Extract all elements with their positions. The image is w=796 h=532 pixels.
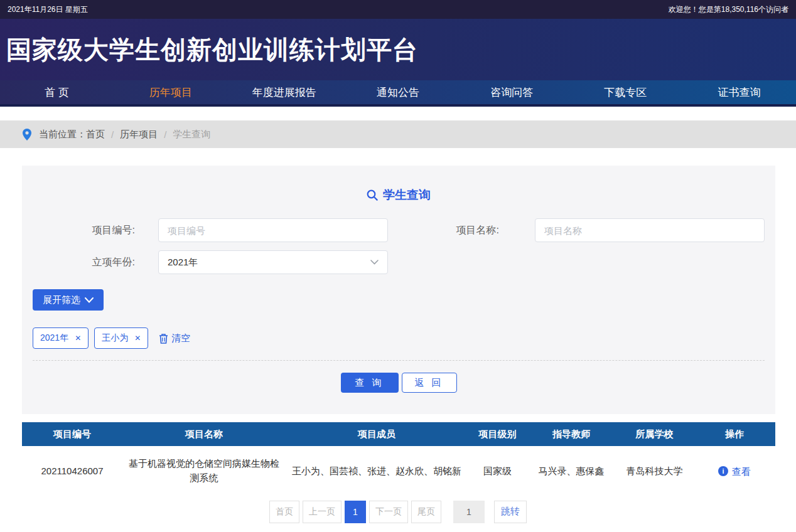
location-pin-icon: [23, 129, 31, 141]
panel-title-text: 学生查询: [383, 187, 431, 203]
site-header: 国家级大学生创新创业训练计划平台: [0, 19, 796, 80]
cell-teachers: 马兴录、惠保鑫: [527, 446, 615, 496]
remove-tag-icon[interactable]: ✕: [75, 334, 81, 342]
dashed-divider: [33, 360, 765, 361]
col-level: 项目级别: [468, 422, 527, 446]
table-header-row: 项目编号 项目名称 项目成员 项目级别 指导教师 所属学校 操作: [22, 422, 775, 446]
site-title: 国家级大学生创新创业训练计划平台: [6, 33, 418, 67]
chevron-down-icon: [370, 260, 379, 265]
nav-item-qa[interactable]: 咨询问答: [455, 80, 569, 104]
year-select-value: 2021年: [168, 257, 198, 269]
year-label: 立项年份:: [22, 256, 158, 269]
cell-project-name: 基于机器视觉的仓储空间病媒生物检测系统: [122, 446, 286, 496]
info-icon: i: [718, 466, 728, 476]
col-teachers: 指导教师: [527, 422, 615, 446]
project-code-label: 项目编号:: [22, 224, 158, 237]
results-table: 项目编号 项目名称 项目成员 项目级别 指导教师 所属学校 操作 2021104…: [22, 422, 775, 496]
nav-item-past-projects[interactable]: 历年项目: [114, 80, 227, 104]
project-name-label: 项目名称:: [388, 224, 535, 237]
project-name-input[interactable]: [535, 218, 765, 242]
form-row-1: 项目编号: 项目名称:: [22, 218, 775, 242]
current-date: 2021年11月26日 星期五: [8, 4, 88, 15]
nav-item-certificates[interactable]: 证书查询: [682, 80, 796, 104]
breadcrumb: 当前位置： 首页 / 历年项目 / 学生查询: [0, 120, 796, 148]
col-project-name: 项目名称: [122, 422, 286, 446]
query-button[interactable]: 查 询: [341, 373, 399, 393]
visitor-counter: 欢迎您！您是第18,350,116个访问者: [669, 4, 788, 15]
breadcrumb-past-projects[interactable]: 历年项目: [120, 129, 158, 141]
col-school: 所属学校: [615, 422, 694, 446]
breadcrumb-separator: /: [111, 129, 114, 140]
view-link-label: 查看: [732, 464, 751, 479]
form-row-2: 立项年份: 2021年: [22, 250, 775, 274]
nav-item-notices[interactable]: 通知公告: [341, 80, 454, 104]
page-last-button[interactable]: 尾页: [411, 501, 441, 523]
cell-project-code: 202110426007: [22, 446, 122, 496]
search-icon: [367, 189, 378, 201]
col-members: 项目成员: [286, 422, 468, 446]
breadcrumb-home[interactable]: 首页: [86, 129, 105, 141]
page-next-button[interactable]: 下一页: [369, 501, 408, 523]
cell-members: 王小为、国芸祯、张进、赵永欣、胡铭新: [286, 446, 468, 496]
filter-tag-student: 王小为 ✕: [94, 327, 148, 349]
expand-filters-label: 展开筛选: [43, 294, 80, 306]
col-project-code: 项目编号: [22, 422, 122, 446]
filter-tag-label: 王小为: [102, 332, 128, 344]
pagination: 首页 上一页 1 下一页 尾页 跳转: [0, 501, 796, 523]
chevron-down-icon: [85, 297, 94, 303]
top-bar: 2021年11月26日 星期五 欢迎您！您是第18,350,116个访问者: [0, 0, 796, 19]
nav-item-downloads[interactable]: 下载专区: [569, 80, 682, 104]
clear-filters-button[interactable]: 清空: [159, 332, 190, 344]
student-query-panel: 学生查询 项目编号: 项目名称: 立项年份: 2021年 展开筛选 2021年 …: [22, 166, 775, 414]
nav-item-home[interactable]: 首 页: [0, 80, 114, 104]
page-number-current[interactable]: 1: [345, 501, 366, 523]
cell-actions: i 查看: [694, 446, 775, 496]
breadcrumb-separator: /: [164, 129, 166, 140]
breadcrumb-current: 学生查询: [173, 129, 210, 141]
page-jump-button[interactable]: 跳转: [494, 501, 527, 523]
year-select[interactable]: 2021年: [158, 250, 388, 274]
filter-tag-year: 2021年 ✕: [33, 327, 89, 349]
table-row: 202110426007 基于机器视觉的仓储空间病媒生物检测系统 王小为、国芸祯…: [22, 446, 775, 496]
view-link[interactable]: i 查看: [718, 464, 751, 479]
cell-school: 青岛科技大学: [615, 446, 694, 496]
filter-tag-label: 2021年: [40, 332, 68, 344]
col-actions: 操作: [694, 422, 775, 446]
active-filter-tags: 2021年 ✕ 王小为 ✕ 清空: [33, 327, 775, 349]
expand-filters-button[interactable]: 展开筛选: [33, 289, 104, 311]
clear-filters-label: 清空: [171, 332, 190, 344]
panel-title: 学生查询: [22, 187, 775, 203]
nav-item-annual-report[interactable]: 年度进展报告: [227, 80, 341, 104]
page-first-button[interactable]: 首页: [269, 501, 299, 523]
project-code-input[interactable]: [158, 218, 388, 242]
page-prev-button[interactable]: 上一页: [303, 501, 342, 523]
page-jump-input[interactable]: [453, 501, 485, 523]
back-button[interactable]: 返 回: [402, 373, 457, 393]
cell-level: 国家级: [468, 446, 527, 496]
form-actions: 查 询 返 回: [22, 373, 775, 393]
main-nav: 首 页 历年项目 年度进展报告 通知公告 咨询问答 下载专区 证书查询: [0, 80, 796, 107]
breadcrumb-prefix: 当前位置：: [39, 129, 86, 141]
remove-tag-icon[interactable]: ✕: [134, 334, 141, 342]
trash-icon: [159, 333, 168, 344]
